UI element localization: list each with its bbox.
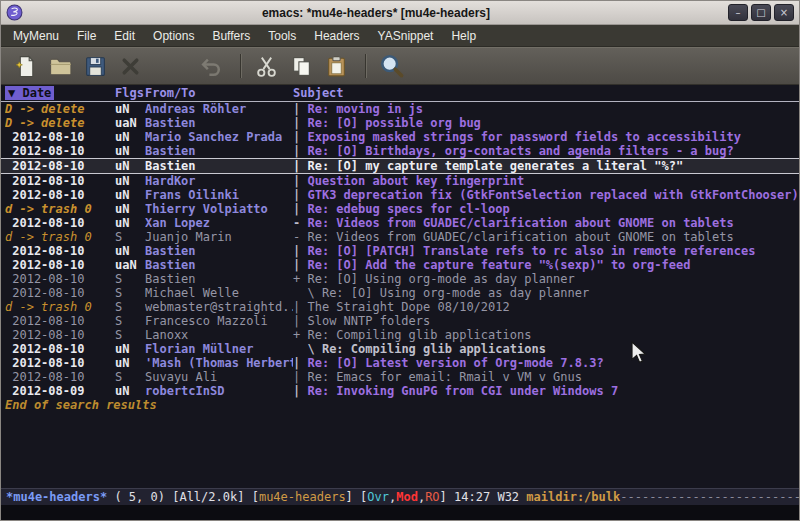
menu-item-yasnippet[interactable]: YASnippet [369, 26, 443, 46]
message-subject: Re: [O] my capture template generates a … [307, 159, 799, 173]
message-row[interactable]: 2012-08-09uNrobertcInSD| Re: Invoking Gn… [1, 384, 799, 398]
message-row[interactable]: 2012-08-10uNXan Lopez- Re: Videos from G… [1, 216, 799, 230]
message-row[interactable]: 2012-08-10uN'Mash (Thomas Herbert)| Re: … [1, 356, 799, 370]
message-from: Bastien [145, 159, 293, 173]
message-from: Andreas Röhler [145, 102, 293, 116]
message-from: Florian Müllner [145, 342, 293, 356]
message-from: 'Mash (Thomas Herbert) [145, 356, 293, 370]
minibuffer[interactable] [1, 505, 799, 520]
window-title: emacs: *mu4e-headers* [mu4e-headers] [27, 6, 725, 20]
thread-indicator: | [293, 244, 307, 258]
message-row[interactable]: d -> trash 0SJuanjo Marin- Re: Videos fr… [1, 230, 799, 244]
column-subject[interactable]: Subject [293, 86, 799, 101]
message-row[interactable]: 2012-08-10SMichael Welle \ Re: [O] Using… [1, 286, 799, 300]
message-flags: S [115, 286, 145, 300]
message-from: Bastien [145, 272, 293, 286]
maximize-button[interactable]: □ [751, 4, 771, 21]
message-subject: Re: [O] [PATCH] Translate refs to rc als… [307, 244, 799, 258]
modeline-segment-maildir: maildir:/bulk [526, 490, 620, 504]
message-row[interactable]: D -> deleteuaNBastien| Re: [O] possible … [1, 116, 799, 130]
message-row[interactable]: 2012-08-10uaNBastien| Re: [O] Add the ca… [1, 258, 799, 272]
emacs-icon [6, 4, 23, 21]
thread-indicator: | [293, 356, 307, 370]
message-row[interactable]: 2012-08-10SFrancesco Mazzoli| Slow NNTP … [1, 314, 799, 328]
message-row[interactable]: 2012-08-10uNFlorian Müllner \ Re: Compil… [1, 342, 799, 356]
message-subject: Re: Compiling glib applications [307, 328, 799, 342]
menu-item-headers[interactable]: Headers [305, 26, 368, 46]
thread-indicator: | [293, 130, 307, 144]
message-date: 2012-08-10 [5, 216, 115, 230]
close-button[interactable]: × [774, 4, 794, 21]
cut-button[interactable] [251, 51, 282, 82]
menu-item-edit[interactable]: Edit [105, 26, 144, 46]
message-from: Frans Oilinki [145, 188, 293, 202]
message-from: Bastien [145, 258, 293, 272]
message-row[interactable]: 2012-08-10SLanoxx+ Re: Compiling glib ap… [1, 328, 799, 342]
message-flags: uN [115, 159, 145, 173]
message-date: 2012-08-10 [5, 342, 115, 356]
menu-item-options[interactable]: Options [144, 26, 203, 46]
message-from: Suvayu Ali [145, 370, 293, 384]
column-flags[interactable]: Flgs [115, 86, 145, 101]
message-subject: GTK3 deprecation fix (GtkFontSelection r… [307, 188, 799, 202]
message-from: Thierry Volpiatto [145, 202, 293, 216]
search-button[interactable] [376, 51, 407, 82]
thread-indicator: | [293, 144, 307, 158]
thread-indicator: \ [293, 286, 322, 300]
minimize-button[interactable]: – [728, 4, 748, 21]
thread-indicator: | [293, 174, 307, 188]
toolbar [1, 47, 799, 85]
message-subject: Re: edebug specs for cl-loop [307, 202, 799, 216]
thread-indicator: | [293, 384, 307, 398]
column-date[interactable]: ▼ Date [5, 86, 115, 101]
message-from: Bastien [145, 244, 293, 258]
message-flags: S [115, 314, 145, 328]
menu-item-mymenu[interactable]: MyMenu [4, 26, 68, 46]
message-row[interactable]: 2012-08-10uNBastien| Re: [O] [PATCH] Tra… [1, 244, 799, 258]
emacs-window: emacs: *mu4e-headers* [mu4e-headers] –□×… [0, 0, 800, 521]
message-from: Michael Welle [145, 286, 293, 300]
menu-item-file[interactable]: File [68, 26, 105, 46]
message-date: 2012-08-10 [5, 286, 115, 300]
menu-item-help[interactable]: Help [442, 26, 485, 46]
message-subject: Re: Emacs for email: Rmail v VM v Gnus [307, 370, 799, 384]
thread-indicator: + [293, 328, 307, 342]
message-row[interactable]: 2012-08-10uNFrans Oilinki| GTK3 deprecat… [1, 188, 799, 202]
message-row[interactable]: 2012-08-10uNBastien| Re: [O] my capture … [1, 158, 799, 174]
message-flags: S [115, 230, 145, 244]
modeline: *mu4e-headers* ( 5, 0) [All/2.0k] [mu4e-… [1, 488, 799, 505]
new-file-button[interactable] [10, 51, 41, 82]
message-flags: uN [115, 130, 145, 144]
message-mark: D -> delete [5, 116, 115, 130]
headers-buffer[interactable]: ▼ Date Flgs From/To Subject D -> deleteu… [1, 85, 799, 488]
copy-button[interactable] [286, 51, 317, 82]
message-row[interactable]: D -> deleteuNAndreas Röhler| Re: moving … [1, 102, 799, 116]
column-from[interactable]: From/To [145, 86, 293, 101]
open-file-button[interactable] [45, 51, 76, 82]
message-row[interactable]: 2012-08-10uNBastien| Re: [O] Birthdays, … [1, 144, 799, 158]
message-date: 2012-08-10 [5, 174, 115, 188]
message-row[interactable]: d -> trash 0Swebmaster@straightd...| The… [1, 300, 799, 314]
sort-indicator-date[interactable]: ▼ Date [5, 86, 54, 100]
message-row[interactable]: 2012-08-10uNHardKor| Question about key … [1, 174, 799, 188]
paste-button[interactable] [321, 51, 352, 82]
message-flags: uN [115, 342, 145, 356]
message-mark: d -> trash 0 [5, 230, 115, 244]
menu-item-tools[interactable]: Tools [259, 26, 305, 46]
message-row[interactable]: d -> trash 0uNThierry Volpiatto| Re: ede… [1, 202, 799, 216]
close-buffer-button[interactable] [115, 51, 146, 82]
menu-item-buffers[interactable]: Buffers [203, 26, 259, 46]
message-flags: uN [115, 216, 145, 230]
message-from: Bastien [145, 116, 293, 130]
message-flags: uN [115, 188, 145, 202]
message-subject: Re: Videos from GUADEC/clarification abo… [307, 216, 799, 230]
message-date: 2012-08-09 [5, 384, 115, 398]
message-subject: Re: [O] Latest version of Org-mode 7.8.3… [307, 356, 799, 370]
modeline-segment-plain: [ [252, 490, 259, 504]
message-row[interactable]: 2012-08-10SBastien+ Re: [O] Using org-mo… [1, 272, 799, 286]
message-row[interactable]: 2012-08-10SSuvayu Ali| Re: Emacs for ema… [1, 370, 799, 384]
window-controls: –□× [725, 4, 794, 21]
message-row[interactable]: 2012-08-10uNMario Sanchez Prada| Exposin… [1, 130, 799, 144]
thread-indicator: | [293, 116, 307, 130]
save-buffer-button[interactable] [80, 51, 111, 82]
